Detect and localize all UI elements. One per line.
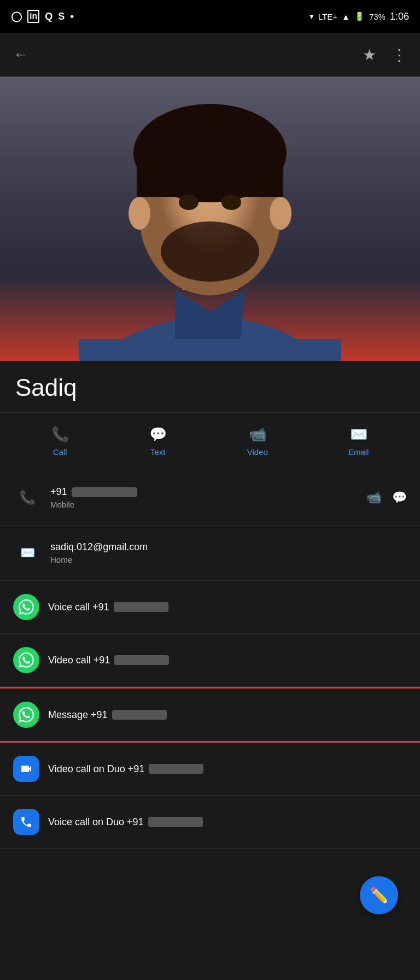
video-button[interactable]: 📹 Video: [247, 426, 268, 457]
whatsapp-video-icon: [13, 647, 39, 673]
phone-label: Mobile: [50, 500, 366, 509]
wa-msg-blur: [112, 710, 167, 720]
whatsapp-video-label: Video call +91: [48, 655, 407, 666]
whatsapp-message-label: Message +91: [48, 709, 407, 721]
text-label: Text: [150, 447, 166, 457]
contact-photo-svg: [0, 77, 420, 361]
svg-rect-6: [137, 153, 283, 197]
battery-icon: 🔋: [354, 11, 365, 21]
svg-rect-2: [79, 339, 341, 361]
whatsapp-voice-label: Voice call +91: [48, 602, 407, 613]
duo-voice-item[interactable]: Voice call on Duo +91: [0, 796, 420, 849]
whatsapp-voice-content: Voice call +91: [48, 602, 407, 613]
email-label: Home: [50, 555, 407, 564]
wifi-icon: ▾: [310, 11, 314, 21]
phone-number: +91: [50, 486, 366, 498]
status-left-icons: ◯ in Q S •: [11, 10, 74, 23]
email-button[interactable]: ✉️ Email: [348, 426, 369, 457]
whatsapp-message-icon: [13, 702, 39, 728]
contact-name-section: Sadiq: [0, 361, 420, 413]
svg-point-8: [270, 197, 291, 230]
edit-fab[interactable]: ✏️: [360, 876, 398, 914]
duo-video-icon: [13, 756, 39, 782]
network-label: LTE+: [318, 12, 337, 21]
favorite-icon[interactable]: ★: [363, 46, 376, 64]
notification-dot: •: [70, 10, 74, 23]
phone-icon: 📞: [19, 490, 36, 505]
whatsapp-voice-item[interactable]: Voice call +91: [0, 581, 420, 634]
call-icon: 📞: [51, 426, 69, 443]
svg-point-10: [221, 195, 241, 210]
video-label: Video: [247, 447, 268, 457]
edit-icon: ✏️: [370, 886, 389, 905]
phone-blur: [72, 487, 137, 497]
phone-item[interactable]: 📞 +91 Mobile 📹 💬: [0, 470, 420, 526]
signal-icon: ▲: [342, 12, 350, 21]
status-right: ▾ LTE+ ▲ 🔋 73% 1:06: [310, 11, 409, 22]
call-button[interactable]: 📞 Call: [51, 426, 69, 457]
duo-video-blur: [149, 764, 203, 774]
wa-video-blur: [114, 655, 169, 665]
video-call-icon[interactable]: 📹: [366, 491, 381, 505]
whatsapp-message-item[interactable]: Message +91: [0, 687, 420, 743]
email-address: sadiq.012@gmail.com: [50, 541, 407, 553]
nav-bar: ← ★ ⋮: [0, 33, 420, 77]
email-item-icon: ✉️: [13, 539, 42, 567]
duo-video-content: Video call on Duo +91: [48, 763, 407, 775]
duo-voice-content: Voice call on Duo +91: [48, 816, 407, 828]
whatsapp-message-content: Message +91: [48, 709, 407, 721]
text-button[interactable]: 💬 Text: [149, 426, 167, 457]
email-icon: ✉️: [350, 426, 368, 443]
whatsapp-voice-icon: [13, 594, 39, 620]
nav-actions: ★ ⋮: [363, 46, 407, 64]
duo-video-label: Video call on Duo +91: [48, 763, 407, 775]
wa-voice-blur: [114, 602, 168, 612]
call-label: Call: [53, 447, 67, 457]
mail-icon: ✉️: [20, 546, 35, 560]
duo-voice-app-icon: [13, 809, 39, 835]
clock: 1:06: [390, 11, 409, 22]
more-options-icon[interactable]: ⋮: [392, 46, 407, 64]
email-label: Email: [348, 447, 369, 457]
photo-placeholder: [0, 77, 420, 361]
email-item-content: sadiq.012@gmail.com Home: [50, 541, 407, 564]
svg-point-7: [129, 197, 150, 230]
phone-item-content: +91 Mobile: [50, 486, 366, 509]
linkedin-icon: in: [27, 10, 39, 23]
svg-point-9: [179, 195, 199, 210]
duo-voice-blur: [148, 817, 203, 827]
svg-point-12: [161, 221, 259, 282]
phone-actions: 📹 💬: [366, 491, 407, 505]
whatsapp-video-content: Video call +91: [48, 655, 407, 666]
back-button[interactable]: ←: [13, 46, 28, 63]
email-item[interactable]: ✉️ sadiq.012@gmail.com Home: [0, 526, 420, 581]
scribd-icon: S: [58, 11, 65, 22]
contact-name: Sadiq: [15, 374, 405, 401]
video-icon: 📹: [249, 426, 266, 443]
contact-photo: [0, 77, 420, 361]
duo-voice-label: Voice call on Duo +91: [48, 816, 407, 828]
phone-item-icon: 📞: [13, 483, 42, 512]
contact-list: 📞 +91 Mobile 📹 💬 ✉️ sadiq.012@gmail.com …: [0, 470, 420, 849]
quora-icon: Q: [45, 11, 52, 22]
action-buttons: 📞 Call 💬 Text 📹 Video ✉️ Email: [0, 413, 420, 470]
whatsapp-video-item[interactable]: Video call +91: [0, 634, 420, 687]
duo-video-item[interactable]: Video call on Duo +91: [0, 743, 420, 796]
facebook-icon: ◯: [11, 10, 22, 22]
status-bar: ◯ in Q S • ▾ LTE+ ▲ 🔋 73% 1:06: [0, 0, 420, 33]
battery-percent: 73%: [369, 12, 386, 21]
text-icon: 💬: [149, 426, 167, 443]
sms-icon[interactable]: 💬: [392, 491, 407, 505]
